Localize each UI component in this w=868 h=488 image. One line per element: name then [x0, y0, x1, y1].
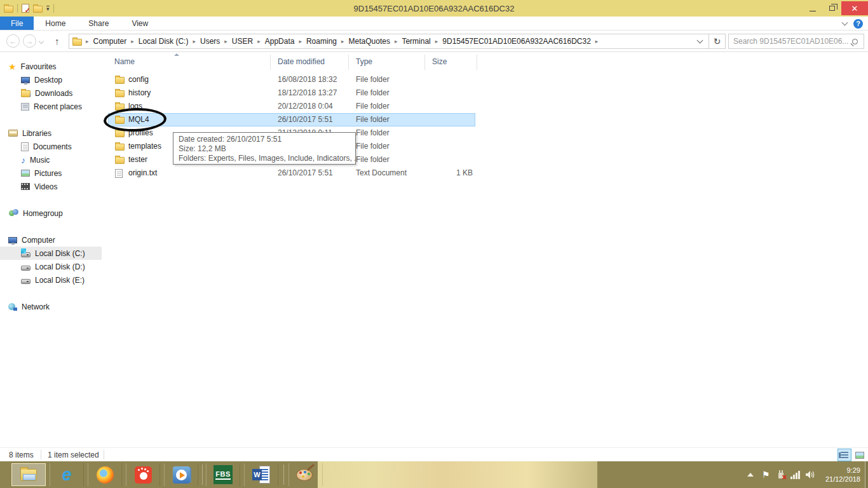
breadcrumb-arrow-icon: ▸ — [594, 38, 600, 44]
taskbar-file-explorer-button[interactable] — [11, 463, 46, 486]
quick-access-toolbar: ▾ — [0, 4, 54, 13]
tray-date: 21/12/2018 — [825, 475, 860, 484]
expand-ribbon-icon[interactable] — [842, 20, 848, 26]
column-header-name[interactable]: Name — [114, 57, 135, 66]
search-icon[interactable] — [852, 39, 858, 44]
search-box[interactable] — [728, 34, 864, 49]
tab-view[interactable]: View — [120, 17, 159, 30]
disk-icon — [21, 279, 31, 284]
taskbar-media-player-button[interactable] — [164, 463, 198, 486]
breadcrumb-terminal[interactable]: Terminal — [400, 37, 432, 46]
breadcrumb-arrow-icon: ▸ — [130, 38, 135, 44]
sidebar-section-homegroup[interactable]: Homegroup — [0, 207, 102, 220]
chevron-up-icon — [747, 473, 754, 477]
internet-explorer-icon: e — [62, 466, 71, 484]
windows-flag-icon — [21, 248, 26, 254]
sidebar-item-music[interactable]: ♪ Music — [0, 153, 102, 166]
file-row-origin-txt[interactable]: origin.txt 26/10/2017 5:51 Text Document… — [102, 166, 496, 180]
recent-locations-icon[interactable] — [39, 39, 44, 44]
tab-share[interactable]: Share — [77, 17, 120, 30]
power-status-button[interactable]: ✕ — [773, 461, 789, 488]
up-button[interactable]: ↑ — [55, 36, 60, 46]
address-bar[interactable]: ▸ Computer ▸ Local Disk (C:) ▸ Users ▸ U… — [69, 34, 709, 49]
navigation-pane: ★ Favourites Desktop ↓ Downloads Recent … — [0, 52, 102, 447]
tab-home[interactable]: Home — [34, 17, 77, 30]
sidebar-section-libraries[interactable]: Libraries — [0, 126, 102, 140]
picture-icon — [21, 170, 30, 177]
search-input[interactable] — [729, 37, 852, 46]
sidebar-item-recent-places[interactable]: Recent places — [0, 100, 102, 113]
breadcrumb: ▸ Computer ▸ Local Disk (C:) ▸ Users ▸ U… — [85, 37, 695, 46]
column-header-type[interactable]: Type — [356, 57, 372, 66]
properties-icon[interactable] — [22, 4, 29, 13]
taskbar-firefox-button[interactable] — [88, 463, 122, 486]
sidebar-item-desktop[interactable]: Desktop — [0, 73, 102, 86]
sidebar-section-network[interactable]: Network — [0, 300, 102, 313]
breadcrumb-user[interactable]: USER — [230, 37, 255, 46]
breadcrumb-users[interactable]: Users — [198, 37, 222, 46]
column-header-date-modified[interactable]: Date modified — [278, 57, 325, 66]
status-bar: 8 items 1 item selected — [0, 447, 868, 461]
taskbar-word-button[interactable]: W — [244, 463, 278, 486]
folder-icon — [115, 144, 125, 151]
new-folder-icon[interactable] — [33, 6, 43, 13]
taskbar-image-editor-button[interactable] — [288, 463, 323, 486]
sidebar-item-local-disk-c[interactable]: Local Disk (C:) — [0, 247, 102, 260]
action-center-button[interactable]: ⚑ — [758, 461, 773, 488]
breadcrumb-metaquotes[interactable]: MetaQuotes — [347, 37, 392, 46]
sidebar-section-favourites[interactable]: ★ Favourites — [0, 60, 102, 73]
taskbar-red-footprint-app-button[interactable] — [126, 463, 160, 486]
star-icon: ★ — [8, 62, 17, 71]
address-dropdown-icon[interactable] — [697, 37, 703, 44]
thumbnail-view-button[interactable] — [853, 449, 867, 461]
breadcrumb-arrow-icon: ▸ — [297, 38, 303, 44]
file-row-mql4[interactable]: MQL4 26/10/2017 5:51 File folder — [102, 113, 496, 126]
taskbar-clock[interactable]: 9:29 21/12/2018 — [819, 466, 868, 484]
column-header-size[interactable]: Size — [432, 57, 447, 66]
paint-palette-icon — [296, 466, 315, 483]
column-headers: Name Date modified Type Size — [102, 52, 483, 73]
signal-bars-icon — [790, 471, 801, 479]
breadcrumb-roaming[interactable]: Roaming — [304, 37, 339, 46]
back-button[interactable]: ← — [6, 34, 20, 48]
volume-button[interactable] — [804, 461, 819, 488]
file-row-logs[interactable]: logs 20/12/2018 0:04 File folder — [102, 100, 496, 113]
breadcrumb-terminal-id[interactable]: 9D15457EC01AD10E06A932AAC616DC32 — [440, 37, 593, 46]
network-signal-button[interactable] — [789, 461, 804, 488]
file-row-config[interactable]: config 16/08/2018 18:32 File folder — [102, 73, 496, 86]
breadcrumb-appdata[interactable]: AppData — [263, 37, 297, 46]
tab-file[interactable]: File — [0, 17, 34, 30]
divider — [17, 4, 18, 13]
sidebar-section-computer[interactable]: Computer — [0, 233, 102, 247]
show-desktop-button[interactable] — [865, 461, 868, 488]
minimize-button[interactable] — [803, 1, 822, 15]
file-row-history[interactable]: history 18/12/2018 13:27 File folder — [102, 86, 496, 100]
taskbar-fbs-button[interactable]: FBS — [206, 463, 240, 486]
forward-button[interactable]: → — [23, 34, 36, 48]
sidebar-item-videos[interactable]: Videos — [0, 180, 102, 193]
file-list: Name Date modified Type Size config 16/0… — [102, 52, 868, 447]
refresh-button[interactable]: ↻ — [709, 34, 726, 49]
breadcrumb-computer[interactable]: Computer — [92, 37, 129, 46]
breadcrumb-arrow-icon: ▸ — [223, 38, 229, 44]
sidebar-item-documents[interactable]: Documents — [0, 140, 102, 153]
help-icon[interactable]: ? — [853, 19, 863, 29]
restore-button[interactable] — [822, 1, 841, 15]
fbs-icon: FBS — [214, 465, 233, 484]
sidebar-item-local-disk-d[interactable]: Local Disk (D:) — [0, 260, 102, 273]
text-document-icon — [115, 169, 123, 178]
sidebar-item-downloads[interactable]: ↓ Downloads — [0, 86, 102, 100]
sidebar-item-pictures[interactable]: Pictures — [0, 166, 102, 180]
location-folder-icon — [72, 39, 82, 46]
taskbar-internet-explorer-button[interactable]: e — [50, 463, 84, 486]
details-view-button[interactable] — [837, 449, 851, 461]
thumbnail-view-icon — [855, 452, 864, 459]
folder-icon — [115, 130, 125, 137]
close-button[interactable]: ✕ — [841, 1, 868, 15]
show-hidden-icons-button[interactable] — [743, 461, 758, 488]
customize-toolbar-icon[interactable]: ▾ — [46, 6, 50, 11]
sidebar-item-local-disk-e[interactable]: Local Disk (E:) — [0, 273, 102, 287]
word-icon: W — [252, 466, 270, 484]
forward-icon: → — [26, 37, 34, 46]
breadcrumb-local-disk-c[interactable]: Local Disk (C:) — [137, 37, 191, 46]
